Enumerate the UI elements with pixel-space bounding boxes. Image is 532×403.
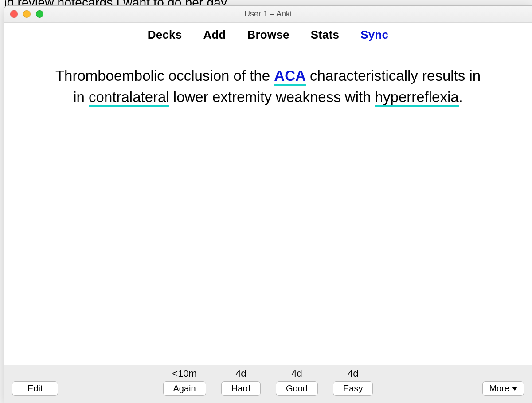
hard-button[interactable]: Hard bbox=[221, 381, 261, 396]
toolbar-add[interactable]: Add bbox=[203, 28, 226, 42]
edit-button[interactable]: Edit bbox=[12, 381, 58, 396]
titlebar: User 1 – Anki bbox=[4, 6, 532, 23]
toolbar-decks[interactable]: Decks bbox=[148, 28, 182, 42]
main-toolbar: Decks Add Browse Stats Sync bbox=[4, 23, 532, 47]
interval-good: 4d bbox=[291, 368, 302, 379]
easy-button[interactable]: Easy bbox=[333, 381, 373, 396]
interval-easy: 4d bbox=[348, 368, 358, 379]
answer-buttons: <10m Again 4d Hard 4d Good 4d Easy bbox=[74, 368, 462, 396]
more-button[interactable]: More bbox=[482, 381, 524, 396]
card-text-pre: Thromboembolic occlusion of the bbox=[55, 67, 274, 84]
interval-hard: 4d bbox=[235, 368, 246, 379]
card-text-mid2: lower extremity weakness with bbox=[169, 89, 375, 105]
answer-col-easy: 4d Easy bbox=[333, 368, 373, 396]
toolbar-browse[interactable]: Browse bbox=[247, 28, 289, 42]
more-button-label: More bbox=[489, 383, 509, 394]
answer-col-hard: 4d Hard bbox=[221, 368, 261, 396]
window-title: User 1 – Anki bbox=[4, 9, 532, 19]
card-underline-contralateral: contralateral bbox=[89, 89, 169, 107]
card-cloze: ACA bbox=[274, 67, 306, 86]
toolbar-stats[interactable]: Stats bbox=[311, 28, 340, 42]
card-area: Thromboembolic occlusion of the ACA char… bbox=[4, 47, 532, 365]
answer-col-good: 4d Good bbox=[276, 368, 318, 396]
card-text-line2-pre: in bbox=[73, 89, 89, 105]
toolbar-sync[interactable]: Sync bbox=[360, 28, 388, 42]
bottom-bar: Edit <10m Again 4d Hard 4d Good 4d Easy … bbox=[4, 365, 532, 403]
anki-window: User 1 – Anki Decks Add Browse Stats Syn… bbox=[4, 5, 532, 403]
card-underline-hyperreflexia: hyperreflexia bbox=[375, 89, 459, 107]
card-text-mid1: characteristically results in bbox=[306, 67, 481, 84]
good-button[interactable]: Good bbox=[276, 381, 318, 396]
card-text-post: . bbox=[459, 89, 463, 105]
answer-col-again: <10m Again bbox=[163, 368, 206, 396]
bottom-left-slot: Edit bbox=[12, 381, 74, 396]
interval-again: <10m bbox=[172, 368, 197, 379]
bottom-right-slot: More bbox=[462, 381, 524, 396]
caret-down-icon bbox=[512, 387, 517, 391]
card-text: Thromboembolic occlusion of the ACA char… bbox=[15, 65, 521, 108]
again-button[interactable]: Again bbox=[163, 381, 206, 396]
